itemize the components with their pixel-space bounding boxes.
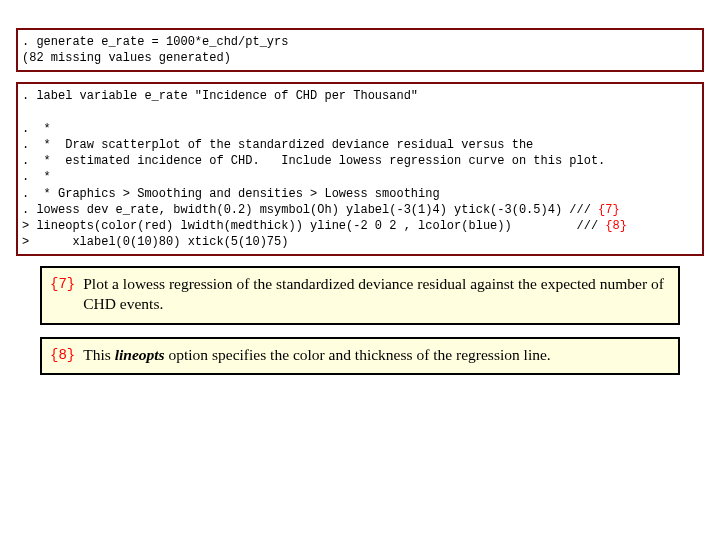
note-text-7: Plot a lowess regression of the standard… — [83, 274, 670, 314]
note8-suffix: option specifies the color and thickness… — [165, 346, 551, 363]
note8-prefix: This — [83, 346, 114, 363]
note-tag-7: {7} — [50, 276, 75, 292]
annotation-ref-7: {7} — [591, 203, 620, 217]
note-tag-8: {8} — [50, 347, 75, 363]
note-box-8: {8} This lineopts option specifies the c… — [40, 337, 680, 375]
note-text-8: This lineopts option specifies the color… — [83, 345, 551, 365]
code-prefix: . label variable e_rate "Incidence of CH… — [22, 89, 605, 216]
code-block-lowess: . label variable e_rate "Incidence of CH… — [16, 82, 704, 256]
note8-em: lineopts — [115, 346, 165, 363]
code-line-2a: > lineopts(color(red) lwidth(medthick)) … — [22, 219, 598, 233]
note-box-7: {7} Plot a lowess regression of the stan… — [40, 266, 680, 324]
annotation-ref-8: {8} — [598, 219, 627, 233]
code-block-generate: . generate e_rate = 1000*e_chd/pt_yrs (8… — [16, 28, 704, 72]
code-text: . generate e_rate = 1000*e_chd/pt_yrs (8… — [22, 35, 288, 65]
code-line-3: > xlabel(0(10)80) xtick(5(10)75) — [22, 235, 288, 249]
